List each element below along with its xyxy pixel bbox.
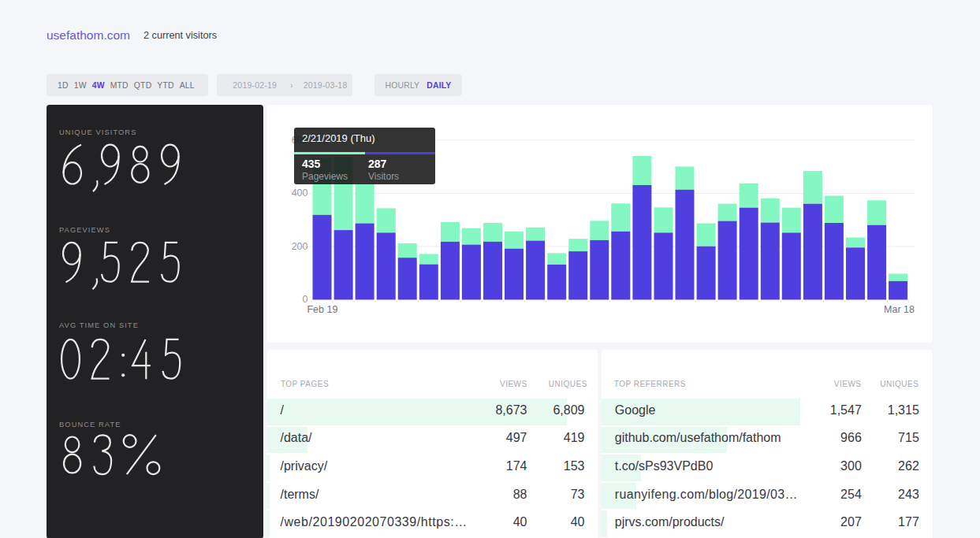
svg-text:0: 0 xyxy=(302,294,307,305)
svg-text:Feb 19: Feb 19 xyxy=(307,304,337,315)
svg-text:Mar 18: Mar 18 xyxy=(884,304,915,315)
svg-text:200: 200 xyxy=(291,241,307,252)
svg-text:400: 400 xyxy=(291,187,307,199)
